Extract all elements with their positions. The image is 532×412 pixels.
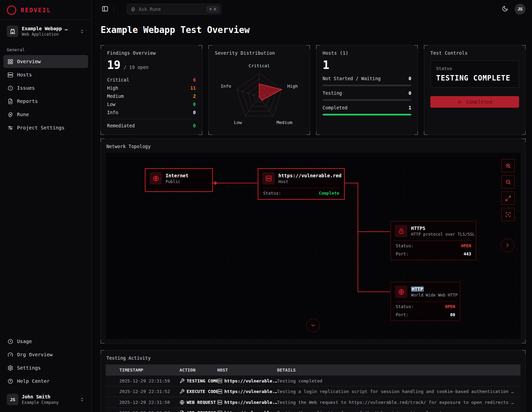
progress-track xyxy=(323,99,411,101)
activity-action: WEB REQUEST xyxy=(187,400,216,405)
zoom-in-icon xyxy=(505,163,511,169)
activity-row[interactable]: 2025-12-29 22:31:59 TESTING COMP… https:… xyxy=(106,375,520,386)
user-avatar-button[interactable]: JS xyxy=(515,4,526,15)
project-selector[interactable]: Example Webapp … Web Application xyxy=(5,24,87,38)
activity-details: Testing a login replication script for s… xyxy=(277,389,520,394)
corner-decoration xyxy=(414,45,418,49)
user-avatar: JS xyxy=(7,394,18,405)
sidebar-item-hosts[interactable]: Hosts xyxy=(3,68,88,81)
host-status-count: 1 xyxy=(409,105,411,110)
corner-decoration xyxy=(101,139,104,142)
host-status-row: Completed 1 xyxy=(323,105,411,115)
chevrons-up-down-icon[interactable] xyxy=(80,397,85,402)
severity-count: 0 xyxy=(193,102,196,107)
project-name: Example Webapp … xyxy=(22,26,76,31)
sidebar-item-reports[interactable]: Reports xyxy=(3,95,88,108)
sidebar-section-label: General xyxy=(7,47,91,52)
app-root: REDVEIL Example Webapp … Web Application… xyxy=(0,0,532,412)
activity-row[interactable]: 2025-12-29 22:31:52 EXECUTE CODE https:/… xyxy=(106,386,520,397)
severity-count: 11 xyxy=(190,85,196,91)
completed-button[interactable]: Completed xyxy=(430,96,519,108)
zoom-in-button[interactable] xyxy=(501,159,515,172)
sidebar-item-overview[interactable]: Overview xyxy=(3,55,88,68)
node-title: HTTPS xyxy=(411,226,475,231)
card-title: Severity Distribution xyxy=(215,50,304,56)
zoom-out-button[interactable] xyxy=(501,175,515,189)
project-icon-tile xyxy=(7,25,18,37)
findings-rows: Critical 6 High 11 Medium 2 Low 0 Info 0 xyxy=(107,76,196,117)
host-status-count: 0 xyxy=(409,76,411,81)
activity-timestamp: 2025-12-29 22:31:50 xyxy=(119,400,179,405)
sidebar-toggle-button[interactable] xyxy=(101,5,109,14)
test-controls-card: Test Controls Status TESTING COMPLETE Co… xyxy=(424,45,526,135)
fit-view-button[interactable] xyxy=(501,208,515,221)
file-chart-icon xyxy=(7,98,13,104)
node-http-service[interactable]: HTTP World Wide Web HTTP Status: OPEN Po… xyxy=(391,282,460,321)
svg-text:Info: Info xyxy=(221,84,231,89)
lock-icon xyxy=(395,225,407,237)
expand-button[interactable] xyxy=(501,192,515,205)
expand-row-icon[interactable] xyxy=(110,400,115,405)
progress-track xyxy=(323,114,411,115)
host-status-row: Testing 0 xyxy=(323,90,411,101)
host-status-rows: Not Started / Waiting 0 Testing 0 Comple… xyxy=(323,75,411,115)
corner-decoration xyxy=(424,131,428,135)
pan-down-button[interactable] xyxy=(306,319,320,332)
column-action: ACTION xyxy=(179,368,217,373)
node-internet[interactable]: Internet Public xyxy=(145,168,213,192)
activity-row[interactable]: 2025-12-29 22:30:57 ADD FINDING https://… xyxy=(106,408,520,412)
pan-right-button[interactable] xyxy=(501,238,514,252)
search-placeholder: Ask Rune xyxy=(139,6,161,12)
network-topology-section: Network Topology Internet Public xyxy=(101,139,526,343)
sidebar-item-settings[interactable]: Settings xyxy=(3,361,88,374)
node-vulnerable-red[interactable]: https://vulnerable.red Host Status: Comp… xyxy=(258,168,345,200)
corner-decoration xyxy=(522,139,526,142)
activity-row[interactable]: 2025-12-29 22:31:50 WEB REQUEST https://… xyxy=(106,397,520,408)
user-menu[interactable]: JS John Smith Example Company xyxy=(5,392,87,407)
topbar: Ask Rune ⌘ K JS xyxy=(101,0,526,18)
progress-fill xyxy=(323,114,411,115)
section-title: Testing Activity xyxy=(106,355,520,361)
sidebar-item-usage[interactable]: Usage xyxy=(3,335,88,348)
expand-row-icon[interactable] xyxy=(110,379,115,383)
sidebar-item-label: Overview xyxy=(17,59,41,64)
topology-canvas[interactable]: Internet Public https://vulnerable.red H… xyxy=(106,153,520,339)
server-icon xyxy=(217,378,222,383)
sidebar-item-rune[interactable]: Rune xyxy=(3,108,88,121)
host-status-label: Testing xyxy=(323,90,342,96)
node-https-service[interactable]: HTTPS HTTP protocol over TLS/SSL Status:… xyxy=(391,221,476,260)
section-title: Network Topology xyxy=(106,144,520,149)
sidebar-item-help-center[interactable]: Help Center xyxy=(3,375,88,388)
chevrons-up-down-icon[interactable] xyxy=(80,29,85,34)
status-label: Status xyxy=(436,66,513,71)
sidebar-item-issues[interactable]: Issues xyxy=(3,82,88,94)
theme-toggle-button[interactable] xyxy=(501,5,509,13)
globe-icon xyxy=(179,400,185,405)
ask-rune-search-input[interactable]: Ask Rune ⌘ K xyxy=(127,4,221,15)
moon-icon xyxy=(502,5,508,12)
node-subtitle: Public xyxy=(166,179,188,184)
globe-icon xyxy=(150,172,162,184)
main-content: Ask Rune ⌘ K JS Example Webapp Test Over… xyxy=(92,0,532,412)
port-value: 443 xyxy=(463,251,471,256)
remediated-label: Remediated xyxy=(107,123,135,128)
progress-track xyxy=(323,85,411,86)
server-icon xyxy=(217,410,222,412)
expand-row-icon[interactable] xyxy=(110,411,115,412)
expand-row-icon[interactable] xyxy=(110,389,115,394)
finding-severity-row: High 11 xyxy=(107,84,196,92)
sidebar: REDVEIL Example Webapp … Web Application… xyxy=(0,0,92,412)
corner-decoration xyxy=(316,131,320,135)
corner-decoration xyxy=(522,131,526,135)
alert-circle-icon xyxy=(7,85,13,91)
activity-timestamp: 2025-12-29 22:31:59 xyxy=(119,378,179,383)
sidebar-item-project-settings[interactable]: Project Settings xyxy=(3,121,88,134)
file-plus-icon xyxy=(179,410,185,412)
chevron-right-icon xyxy=(504,242,511,248)
sidebar-item-org-overview[interactable]: Org Overview xyxy=(3,348,88,361)
brand-header: REDVEIL xyxy=(0,0,91,19)
test-status-box: Status TESTING COMPLETE xyxy=(430,60,519,88)
host-status-row: Not Started / Waiting 0 xyxy=(323,75,411,86)
sidebar-item-label: Usage xyxy=(17,339,32,344)
sidebar-item-label: Org Overview xyxy=(17,352,53,357)
